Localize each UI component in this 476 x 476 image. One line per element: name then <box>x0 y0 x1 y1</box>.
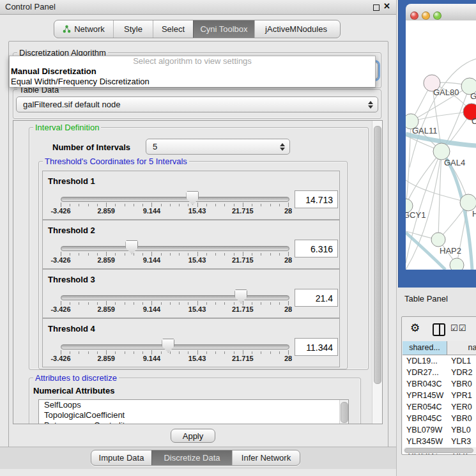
threshold-value-field[interactable]: 21.4 <box>295 289 338 307</box>
tab-infer-network[interactable]: Infer Network <box>232 450 300 465</box>
network-window-titlebar[interactable] <box>406 4 476 21</box>
network-node[interactable] <box>450 258 464 270</box>
slider-thumb[interactable] <box>162 339 174 353</box>
network-graph: GAL80GACGAL11GAL4GCY1HHAP2 <box>406 20 476 270</box>
tab-select[interactable]: Select <box>153 20 193 38</box>
table-row[interactable]: YDR27...YDR2 <box>403 367 476 378</box>
minor-tick <box>170 351 171 354</box>
tick-label: 2.859 <box>87 256 125 264</box>
table-row[interactable]: YBR045CYBR0 <box>403 413 476 424</box>
major-tick <box>288 350 289 355</box>
tab-jactivemnodules[interactable]: jActiveMNodules <box>254 20 337 38</box>
network-node-label: GCY1 <box>406 210 426 220</box>
table-row[interactable]: YDL19...YDL1 <box>403 355 476 367</box>
table-rows: YDL19...YDL1YDR27...YDR2YBR043CYBR0YPR14… <box>403 355 476 455</box>
network-node-label: GAL80 <box>433 88 459 97</box>
major-tick <box>197 252 198 256</box>
major-tick <box>197 301 198 305</box>
network-edge[interactable] <box>438 151 441 240</box>
table-data-combobox[interactable]: galFiltered.sif default node <box>16 96 378 112</box>
minor-tick <box>261 351 261 354</box>
tab-style[interactable]: Style <box>113 20 153 38</box>
apply-button[interactable]: Apply <box>171 429 215 443</box>
close-icon[interactable]: ✕ <box>383 1 390 11</box>
settings-scrollbar-thumb[interactable] <box>374 126 381 384</box>
table-cell: YLR345W <box>403 436 447 447</box>
threshold-label: Threshold 2 <box>48 226 95 235</box>
zoom-traffic-light-icon[interactable] <box>433 12 441 20</box>
column-header-2[interactable]: na <box>447 341 476 355</box>
settings-scrollbar[interactable] <box>372 121 382 424</box>
float-window-icon[interactable] <box>373 4 380 11</box>
slider-thumb[interactable] <box>234 289 247 303</box>
slider-thumb[interactable] <box>125 240 138 254</box>
table-data-group: Table Data galFiltered.sif default node <box>13 89 381 119</box>
minor-tick <box>261 302 261 305</box>
table-row[interactable]: YER054CYER0 <box>403 401 476 413</box>
table-cell: YDL1 <box>447 355 476 367</box>
table-hscrollbar-thumb[interactable] <box>404 448 473 453</box>
minor-tick <box>206 302 207 305</box>
bottom-strip <box>0 469 396 476</box>
minor-tick <box>234 302 234 305</box>
slider-track[interactable] <box>61 295 289 300</box>
tab-impute-data[interactable]: Impute Data <box>91 450 151 465</box>
network-node[interactable] <box>431 233 445 247</box>
table-cell: YPR145W <box>403 390 447 401</box>
threshold-label: Threshold 3 <box>48 275 95 284</box>
table-row[interactable]: YBR043CYBR0 <box>403 378 476 390</box>
minor-tick <box>161 302 162 305</box>
threshold-value-field[interactable]: 11.344 <box>295 338 338 356</box>
tick-label: 21.715 <box>224 207 262 215</box>
slider-track[interactable] <box>61 197 289 202</box>
slider-track[interactable] <box>61 344 289 349</box>
network-canvas[interactable]: GAL80GACGAL11GAL4GCY1HHAP2 <box>406 20 476 270</box>
minor-tick <box>161 351 162 354</box>
checkbox-columns-icon[interactable]: ☑☑ <box>450 323 466 333</box>
tab-discretize-data[interactable]: Discretize Data <box>151 450 232 465</box>
minor-tick <box>215 253 216 256</box>
tab-network[interactable]: Network <box>54 20 113 38</box>
table-row[interactable]: YPR145WYPR1 <box>403 390 476 401</box>
minor-tick <box>279 302 280 305</box>
minor-tick <box>97 204 98 206</box>
minimize-traffic-light-icon[interactable] <box>422 12 430 20</box>
interval-definition-group: Interval Definition Number of Intervals … <box>29 127 369 370</box>
column-header-1[interactable]: shared... <box>403 341 447 355</box>
tab-cyni-toolbox[interactable]: Cyni Toolbox <box>193 20 254 38</box>
attributes-scrollbar-thumb[interactable] <box>341 402 348 423</box>
numerical-attributes-list[interactable]: SelfLoopsTopologicalCoefficientBetweenne… <box>38 399 349 424</box>
network-edge[interactable] <box>457 203 468 265</box>
minor-tick <box>234 253 234 256</box>
attribute-list-item[interactable]: BetweennessCentrality <box>39 420 348 424</box>
threshold-value-field[interactable]: 14.713 <box>295 190 338 208</box>
major-tick <box>61 301 61 305</box>
attribute-list-item[interactable]: SelfLoops <box>39 400 348 410</box>
minor-tick <box>252 204 252 206</box>
threshold-box: Threshold 1-3.4262.8599.14415.4321.71528… <box>42 171 340 220</box>
table-horizontal-scrollbar[interactable] <box>403 447 476 454</box>
attributes-scrollbar[interactable] <box>339 400 348 424</box>
close-traffic-light-icon[interactable] <box>410 12 418 20</box>
table-row[interactable]: YLR345WYLR3 <box>403 436 476 447</box>
minor-tick <box>206 253 207 256</box>
tick-label: 2.859 <box>87 207 125 215</box>
minor-tick <box>252 351 252 354</box>
dropdown-hint: Select algorithm to view settings <box>10 56 375 66</box>
gear-icon[interactable]: ⚙ <box>410 321 420 335</box>
attribute-list-item[interactable]: TopologicalCoefficient <box>39 410 348 420</box>
tick-label: 9.144 <box>132 256 171 264</box>
minor-tick <box>125 253 125 256</box>
dropdown-option[interactable]: Equal Width/Frequency Discretization <box>10 77 375 87</box>
slider-track[interactable] <box>61 246 289 251</box>
network-node-label: HAP2 <box>440 246 461 256</box>
split-view-icon[interactable] <box>433 323 445 336</box>
node-table[interactable]: shared...na YDL19...YDL1YDR27...YDR2YBR0… <box>403 341 476 454</box>
threshold-value-field[interactable]: 6.316 <box>295 240 338 257</box>
number-of-intervals-combobox[interactable]: 5 <box>146 139 290 155</box>
major-tick <box>243 203 243 207</box>
dropdown-option[interactable]: Manual Discretization <box>10 66 375 77</box>
minor-tick <box>88 302 89 305</box>
major-tick <box>151 350 152 355</box>
table-row[interactable]: YBL079WYBL0 <box>403 424 476 436</box>
